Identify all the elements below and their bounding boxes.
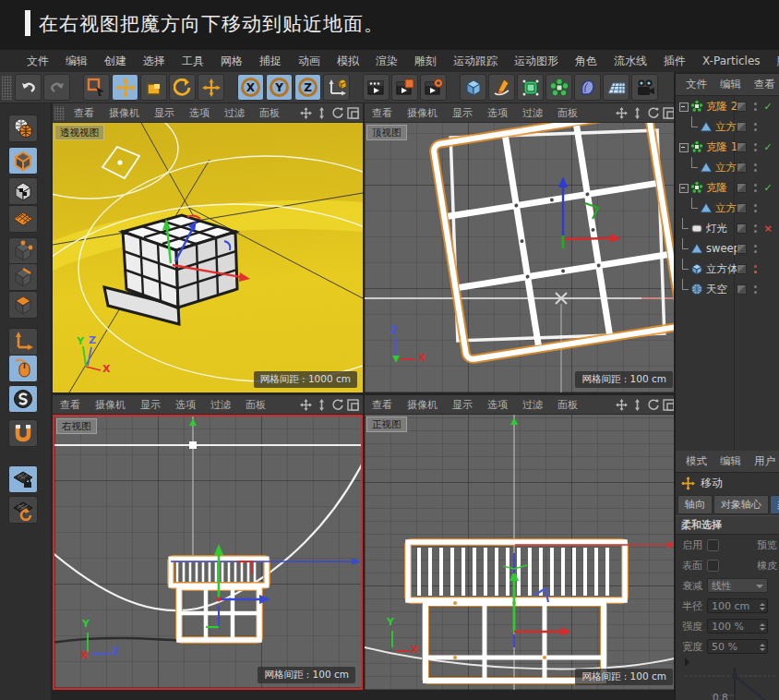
menu-select[interactable]: 选择	[135, 54, 174, 69]
tree-row-cube-child[interactable]: 立方体	[676, 157, 779, 177]
enable-dots[interactable]	[750, 184, 760, 192]
mograph-cloner-button[interactable]	[545, 74, 572, 101]
render-settings-button[interactable]	[391, 74, 418, 101]
layer-chip[interactable]	[737, 203, 747, 213]
dolly-view-icon[interactable]	[631, 399, 643, 411]
tree-row-cube-child[interactable]: 立方体	[676, 116, 779, 137]
viewport-navigation-button[interactable]	[8, 355, 38, 382]
toolbar-grip[interactable]	[2, 76, 12, 100]
menu-xparticles[interactable]: X-Particles	[694, 54, 769, 67]
viewport-menu-options[interactable]: 选项	[480, 106, 515, 120]
floor-button[interactable]	[603, 74, 629, 101]
magnet-snap-button[interactable]	[8, 419, 38, 447]
enable-dots[interactable]	[750, 143, 760, 151]
orbit-view-icon[interactable]	[647, 107, 659, 119]
om-menu-edit[interactable]: 编辑	[713, 78, 748, 91]
tree-row-sky[interactable]: 天空	[676, 279, 779, 299]
enable-dots[interactable]	[750, 265, 760, 273]
viewport-menu-view[interactable]: 查看	[365, 106, 400, 120]
viewport-menu-display[interactable]: 显示	[133, 398, 168, 412]
undo-button[interactable]	[15, 74, 42, 101]
viewport-menu-display[interactable]: 显示	[445, 106, 480, 120]
live-selection-button[interactable]	[83, 74, 110, 101]
maximize-view-icon[interactable]	[347, 107, 359, 119]
layer-chip[interactable]	[737, 163, 747, 173]
collapse-toggle-icon[interactable]	[677, 96, 689, 116]
texture-mode-button[interactable]	[8, 177, 38, 205]
dolly-view-icon[interactable]	[316, 107, 328, 119]
tree-row-cloner[interactable]: 克隆 ✓	[676, 177, 779, 198]
viewport-menu-options[interactable]: 选项	[480, 398, 515, 412]
menu-simulate[interactable]: 模拟	[329, 54, 367, 69]
om-menu-file[interactable]: 文件	[679, 78, 713, 91]
menu-render[interactable]: 渲染	[367, 54, 406, 69]
menu-mograph[interactable]: 运动图形	[506, 54, 567, 69]
viewport-menu-camera[interactable]: 摄像机	[102, 106, 147, 120]
top-canvas[interactable]: Z X 顶视图 网格间距 : 100 cm	[365, 123, 678, 392]
menu-character[interactable]: 角色	[567, 54, 605, 69]
pan-view-icon[interactable]	[300, 107, 312, 119]
collapse-toggle-icon[interactable]	[677, 137, 689, 157]
viewport-menu-panel[interactable]: 面板	[252, 106, 287, 120]
expander-triangle-icon[interactable]	[685, 658, 694, 667]
camera-button[interactable]	[631, 74, 658, 101]
points-mode-button[interactable]	[8, 237, 38, 265]
radius-input[interactable]: 100 cm	[707, 598, 768, 613]
collapse-toggle-icon[interactable]	[677, 177, 689, 198]
enable-dots[interactable]	[750, 224, 760, 233]
om-menu-view[interactable]: 查看	[748, 78, 779, 91]
strength-input[interactable]: 100 %	[707, 619, 768, 634]
menu-tools[interactable]: 工具	[174, 54, 212, 69]
menu-create[interactable]: 创建	[96, 54, 135, 69]
visibility-check-icon[interactable]: ✓	[761, 182, 774, 194]
lock-z-axis-button[interactable]: Z	[294, 74, 321, 101]
orbit-view-icon[interactable]	[331, 107, 343, 119]
coordinate-system-button[interactable]	[323, 74, 350, 101]
draw-spline-button[interactable]	[488, 74, 515, 101]
make-editable-button[interactable]	[8, 115, 38, 142]
viewport-menu-filter[interactable]: 过滤	[203, 398, 238, 412]
right-canvas[interactable]: Y X Z 右视图 网格间距 : 100 cm	[53, 415, 363, 690]
enable-dots[interactable]	[750, 285, 760, 294]
falloff-curve-graph[interactable]: 0.8	[676, 668, 779, 700]
model-mode-button[interactable]	[8, 147, 38, 175]
am-menu-edit[interactable]: 编辑	[713, 454, 748, 468]
am-menu-mode[interactable]: 模式	[679, 454, 713, 468]
orbit-view-icon[interactable]	[331, 399, 343, 411]
pan-view-icon[interactable]	[300, 399, 312, 411]
redo-button[interactable]	[43, 74, 70, 101]
viewport-menu-options[interactable]: 选项	[182, 106, 217, 120]
edges-mode-button[interactable]	[8, 263, 38, 291]
enable-dots[interactable]	[750, 245, 760, 253]
viewport-menu-camera[interactable]: 摄像机	[400, 398, 445, 412]
enable-dots[interactable]	[750, 204, 760, 212]
width-input[interactable]: 50 %	[707, 639, 768, 654]
viewport-menu-panel[interactable]: 面板	[550, 106, 585, 120]
enable-snap-button[interactable]	[8, 385, 38, 413]
tree-row-cube[interactable]: 立方体	[676, 259, 779, 279]
layer-chip[interactable]	[737, 284, 747, 295]
pan-view-icon[interactable]	[616, 399, 628, 411]
tree-row-cube-child[interactable]: 立方体	[676, 198, 779, 218]
soft-selection-section-header[interactable]: 柔和选择	[676, 515, 779, 535]
menu-animate[interactable]: 动画	[290, 54, 329, 69]
layer-chip[interactable]	[737, 122, 747, 132]
menu-mesh[interactable]: 网格	[212, 54, 251, 69]
am-menu-user[interactable]: 用户	[748, 454, 779, 468]
falloff-dropdown[interactable]: 线性	[707, 578, 768, 593]
orbit-view-icon[interactable]	[647, 399, 659, 411]
dolly-view-icon[interactable]	[316, 399, 328, 411]
spinner-arrows[interactable]	[760, 621, 765, 634]
viewport-menu-options[interactable]: 选项	[168, 398, 203, 412]
menu-edit[interactable]: 编辑	[57, 54, 96, 69]
viewport-menu-panel[interactable]: 面板	[550, 398, 585, 412]
lock-workplane-button[interactable]	[8, 465, 38, 493]
enable-dots[interactable]	[750, 123, 760, 131]
tree-row-cloner2[interactable]: 克隆 2 ✓	[676, 96, 779, 116]
lock-x-axis-button[interactable]: X	[237, 74, 264, 101]
rotate-tool-button[interactable]	[169, 74, 196, 101]
viewport-menu-display[interactable]: 显示	[147, 106, 182, 120]
spinner-arrows[interactable]	[760, 641, 765, 654]
dolly-view-icon[interactable]	[631, 107, 643, 119]
add-cube-button[interactable]	[460, 74, 486, 101]
